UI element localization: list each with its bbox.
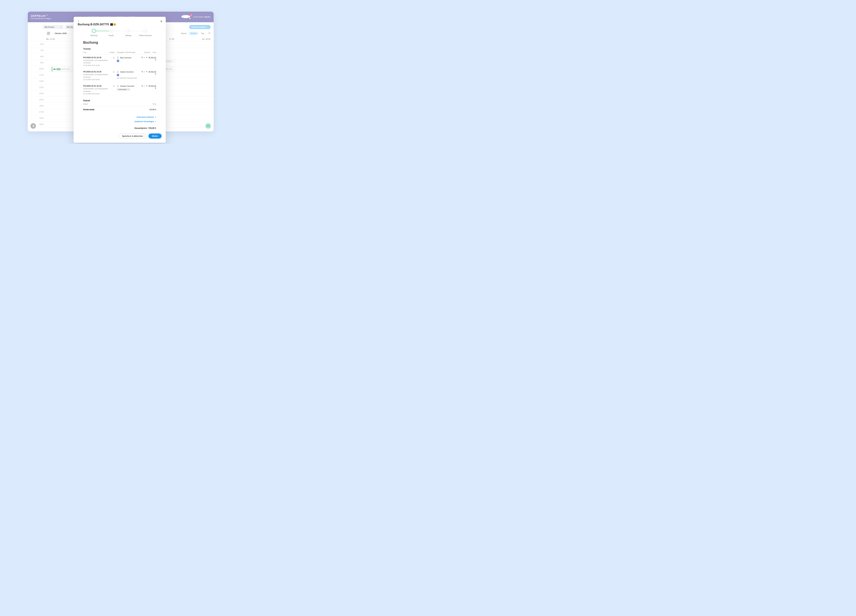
percent-icon[interactable]: % xyxy=(142,71,143,81)
total-row: Gesamtpreis: 728,00 € xyxy=(83,127,156,129)
close-button[interactable]: ✕ xyxy=(160,20,163,23)
rabatt-price: −52,00 € xyxy=(149,109,156,111)
step-kunde[interactable]: 2 Kunde xyxy=(103,29,120,37)
rabatt-label: Kinderrabatt xyxy=(83,109,149,111)
hour-label: 11:00 xyxy=(28,74,46,76)
add-flight-button[interactable]: Flug hinzufügen+ xyxy=(189,25,211,29)
hour-label: 18:00 xyxy=(28,117,46,119)
current-month: Oktober 2020 xyxy=(55,32,67,34)
logo-text: ZEPPELIN xyxy=(31,14,45,17)
day-sun: So. 18.10 xyxy=(189,37,214,41)
hour-label: 6:00 xyxy=(28,43,46,45)
hour-label: 9:00 xyxy=(28,62,46,64)
edit-icon[interactable]: ✎ xyxy=(146,57,148,66)
passenger-name: Max Sommer xyxy=(120,57,131,59)
drag-handle-icon[interactable]: ✥ xyxy=(78,20,162,22)
note-icon[interactable]: ▪ xyxy=(144,71,145,81)
passenger-name: Karsten Sommer xyxy=(120,85,134,87)
next-button[interactable]: Weiter xyxy=(148,134,162,138)
hour-label: 14:00 xyxy=(28,92,46,94)
delete-icon[interactable]: 🗑 xyxy=(148,85,150,95)
step-pruefen[interactable]: 4 Prüfen & buchen xyxy=(137,29,154,37)
ticket-price: 260,00 € xyxy=(150,57,156,66)
ticket-options: % ▪ ✎ 🗑 xyxy=(140,57,150,66)
person-icon: 🚶 xyxy=(117,85,119,87)
step-zahlung[interactable]: 3 Zahlung xyxy=(120,29,137,37)
prev-month[interactable]: ‹ xyxy=(52,32,53,34)
user-avatar[interactable]: MR xyxy=(205,123,211,129)
rabatt-row: Kinderrabatt −52,00 € xyxy=(83,106,156,113)
event-badge: 0/12 xyxy=(56,68,61,70)
event-time: 00-11:00 xyxy=(166,68,172,70)
save-cancel-button[interactable]: Speichern & abbrechen xyxy=(119,134,146,138)
percent-icon[interactable]: % xyxy=(142,85,143,95)
ticket-qty: 1 xyxy=(109,85,114,95)
section-title: Buchung xyxy=(83,41,156,45)
filter-routes[interactable]: Alle Routen xyxy=(43,25,63,29)
hour-label: 13:00 xyxy=(28,86,46,88)
ticket-row: FN-2020-10-31-15-35 Friedrichshafen / ab… xyxy=(83,83,156,97)
logo: ZEPPELINNT Die schönste Art zu fliegen xyxy=(31,14,51,20)
event-code: LIN xyxy=(53,68,55,70)
hour-label: 8:00 xyxy=(28,55,46,57)
flight-code: FN-2020-10-31-15-35 xyxy=(83,57,109,58)
hour-label: 7:00 xyxy=(28,49,46,51)
step-buchung[interactable]: 1 Buchung xyxy=(85,29,103,37)
booking-modal: ✥ ✕ Buchung B-DZR-267770 0 1 Buchung 2 K… xyxy=(74,17,166,143)
event-time: 0-10:00 xyxy=(166,60,171,62)
day-mon: Mo. 12.10. xyxy=(46,37,68,41)
view-day[interactable]: Tag xyxy=(199,32,206,35)
edit-icon[interactable]: ✎ xyxy=(146,71,148,81)
tickets-title: Tickets xyxy=(83,48,156,50)
remove-tag-icon[interactable]: ✕ xyxy=(128,89,129,91)
hour-label: 12:00 xyxy=(28,80,46,82)
plus-icon: + xyxy=(155,120,156,123)
note-icon[interactable]: ▪ xyxy=(144,85,145,95)
modal-footer: Speichern & abbrechen Weiter xyxy=(78,134,162,138)
hour-label: 17:00 xyxy=(28,111,46,113)
rabatt-header: Rabatt Preis xyxy=(83,103,156,106)
comment-icon xyxy=(110,23,113,26)
plus-icon: + xyxy=(207,26,208,28)
hour-label: 16:00 xyxy=(28,105,46,107)
calendar-event[interactable]: 0-10:00 xyxy=(165,60,175,63)
comment-count: 0 xyxy=(113,23,116,26)
settings-button[interactable] xyxy=(31,123,36,129)
calendar-event[interactable]: LIN 0/12 10:00-11:00 xyxy=(52,66,74,72)
delete-icon[interactable]: 🗑 xyxy=(148,71,150,81)
svg-rect-0 xyxy=(48,32,49,34)
view-month[interactable]: Monat xyxy=(179,32,188,35)
edit-icon[interactable]: ✎ xyxy=(146,85,148,95)
add-fees-link[interactable]: Gebühren hinzufügen+ xyxy=(135,120,156,123)
ticket-options: % ▪ ✎ 🗑 xyxy=(140,71,150,81)
event-time: 10:00-11:00 xyxy=(61,68,69,70)
delete-icon[interactable]: 🗑 xyxy=(148,57,150,66)
rabatt-title: Rabatt xyxy=(83,99,156,102)
person-icon: 🚶 xyxy=(117,71,119,73)
note-icon[interactable]: ▪ xyxy=(144,57,145,66)
view-switch: Monat Woche Tag xyxy=(179,31,206,35)
discount-tag: Kinderrabatt✕ xyxy=(117,88,130,91)
passenger-note: Hier steht eine Personennotiz xyxy=(117,77,140,79)
ticket-price: 260,00 € xyxy=(150,71,156,81)
logo-tagline: Die schönste Art zu fliegen xyxy=(31,18,51,20)
list-icon[interactable] xyxy=(208,32,211,35)
view-week[interactable]: Woche xyxy=(189,32,199,35)
calendar-event[interactable]: 00-11:00 xyxy=(165,66,175,72)
airship-icon[interactable]: 3 xyxy=(181,15,192,19)
airship-badge: 3 xyxy=(190,14,192,17)
flight-code: FN-2020-10-31-15-35 xyxy=(83,85,109,87)
comment-badge[interactable]: 0 xyxy=(110,23,116,26)
hour-label: 10:00 xyxy=(28,68,46,70)
hour-label: 15:00 xyxy=(28,99,46,101)
modal-title: Buchung B-DZR-267770 xyxy=(78,23,109,26)
ticket-options: % ▪ ✎ 🗑 xyxy=(140,85,150,95)
wheelchair-icon: ♿ xyxy=(117,74,140,76)
month-nav: ‹ Oktober 2020 › xyxy=(52,32,69,34)
redeem-voucher-link[interactable]: Gutschein einlösen+ xyxy=(137,116,156,118)
person-icon: 🚶 xyxy=(117,57,119,59)
percent-icon[interactable]: % xyxy=(142,57,143,66)
flight-code: FN-2020-10-31-15-35 xyxy=(83,71,109,73)
next-month[interactable]: › xyxy=(68,32,69,34)
calendar-icon[interactable] xyxy=(46,31,51,35)
